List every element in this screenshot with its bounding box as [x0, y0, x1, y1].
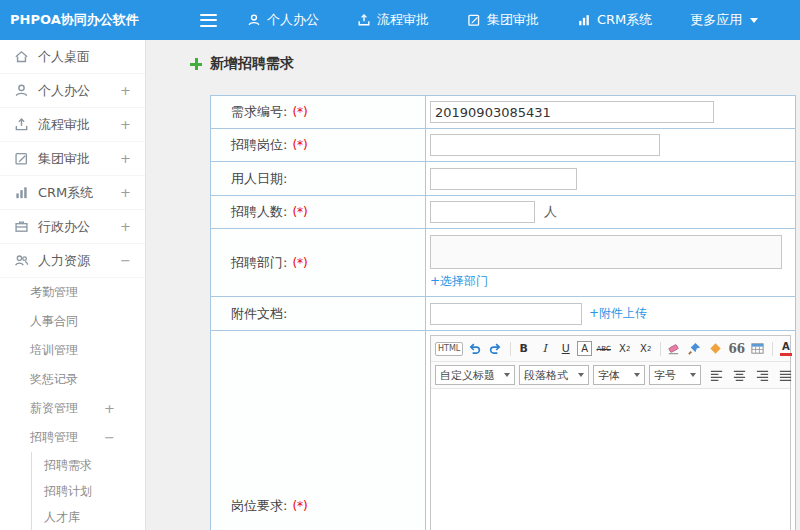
expand-toggle[interactable]: +	[120, 219, 131, 234]
align-left-icon[interactable]	[707, 366, 726, 385]
source-code-button[interactable]: HTML	[435, 342, 463, 356]
align-center-icon[interactable]	[730, 366, 749, 385]
select-department-link[interactable]: +选择部门	[430, 273, 488, 290]
sidebar-subitem-talent-pool[interactable]: 人才库	[32, 504, 145, 530]
sidebar: 个人桌面 个人办公 + 流程审批 + 集团审批 + CRM系统 + 行政办公 +	[0, 40, 146, 530]
required-mark: (*)	[292, 138, 307, 152]
sidebar-item-admin-office[interactable]: 行政办公 +	[0, 210, 145, 244]
hire-date-input[interactable]	[430, 168, 577, 190]
sidebar-item-crm[interactable]: CRM系统 +	[0, 176, 145, 210]
topnav-more-apps[interactable]: 更多应用	[690, 11, 758, 29]
format-painter-icon[interactable]	[685, 339, 704, 358]
table-icon[interactable]	[748, 339, 767, 358]
menu-toggle-icon[interactable]	[200, 14, 217, 27]
field-label: 附件文档:	[231, 305, 287, 323]
topnav-personal-office[interactable]: 个人办公	[247, 11, 319, 29]
sidebar-subitem-attendance[interactable]: 考勤管理	[0, 278, 145, 307]
topnav-workflow-approval[interactable]: 流程审批	[357, 11, 429, 29]
top-bar: PHPOA协同办公软件 个人办公 流程审批 集团审批 CRM系统	[0, 0, 800, 40]
sidebar-item-workflow-approval[interactable]: 流程审批 +	[0, 108, 145, 142]
field-label: 用人日期:	[231, 170, 287, 188]
toolbar-divider	[510, 342, 511, 356]
chevron-down-icon	[690, 373, 696, 377]
sidebar-item-personal-desktop[interactable]: 个人桌面	[0, 40, 145, 74]
highlight-color-icon[interactable]	[706, 339, 725, 358]
upload-attachment-link[interactable]: +附件上传	[589, 305, 647, 322]
sidebar-subitem-salary[interactable]: 薪资管理 +	[0, 394, 145, 423]
font-family-select[interactable]: 字体	[593, 365, 645, 385]
sidebar-item-label: 个人桌面	[38, 48, 131, 66]
eraser-icon[interactable]	[664, 339, 683, 358]
collapse-toggle[interactable]: −	[120, 253, 131, 268]
form-row-job-requirements: 岗位要求: (*) HTML B I	[211, 331, 795, 530]
form-row-headcount: 招聘人数: (*) 人	[211, 196, 795, 229]
sidebar-subitem-recruit-demand[interactable]: 招聘需求	[32, 452, 145, 478]
superscript-button[interactable]: X2	[615, 339, 634, 358]
request-number-input[interactable]	[430, 101, 714, 123]
undo-button[interactable]	[465, 339, 484, 358]
strikethrough-button[interactable]: ABC	[594, 339, 613, 358]
topnav-crm[interactable]: CRM系统	[577, 11, 652, 29]
underline-button[interactable]: U	[556, 339, 575, 358]
chevron-down-icon	[504, 373, 510, 377]
sidebar-subitem-recruit-plan[interactable]: 招聘计划	[32, 478, 145, 504]
expand-toggle[interactable]: +	[120, 83, 131, 98]
font-size-select[interactable]: 字号	[649, 365, 701, 385]
italic-button[interactable]: I	[535, 339, 554, 358]
expand-toggle[interactable]: +	[120, 151, 131, 166]
field-label: 招聘人数:	[231, 203, 287, 221]
topnav-label: 集团审批	[487, 11, 539, 29]
upload-icon	[357, 13, 371, 27]
sidebar-subitem-training[interactable]: 培训管理	[0, 336, 145, 365]
heading-select[interactable]: 自定义标题	[435, 365, 515, 385]
sidebar-item-personal-office[interactable]: 个人办公 +	[0, 74, 145, 108]
sidebar-item-label: 人力资源	[38, 252, 120, 270]
sidebar-subitem-recruitment[interactable]: 招聘管理 −	[0, 423, 145, 452]
subscript-button[interactable]: X2	[636, 339, 655, 358]
home-icon	[14, 49, 29, 64]
topnav-group-approval[interactable]: 集团审批	[467, 11, 539, 29]
topnav-label: CRM系统	[597, 11, 652, 29]
sidebar-subitem-rewards[interactable]: 奖惩记录	[0, 365, 145, 394]
collapse-toggle[interactable]: −	[104, 430, 115, 445]
sidebar-subitem-personnel-contract[interactable]: 人事合同	[0, 307, 145, 336]
edit-icon	[14, 151, 29, 166]
font-style-button[interactable]: A	[577, 341, 592, 356]
topnav-label: 流程审批	[377, 11, 429, 29]
editor-content-area[interactable]	[431, 389, 790, 530]
align-right-icon[interactable]	[753, 366, 772, 385]
paragraph-format-select[interactable]: 段落格式	[519, 365, 589, 385]
toolbar-divider	[772, 342, 773, 356]
headcount-input[interactable]	[430, 201, 535, 223]
redo-button[interactable]	[486, 339, 505, 358]
field-label: 需求编号:	[231, 103, 287, 121]
font-color-button[interactable]: A	[776, 339, 795, 358]
expand-toggle[interactable]: +	[120, 117, 131, 132]
attachment-input[interactable]	[430, 303, 582, 325]
position-input[interactable]	[430, 134, 660, 156]
field-label: 招聘岗位:	[231, 136, 287, 154]
sidebar-item-human-resources[interactable]: 人力资源 −	[0, 244, 145, 278]
user-icon	[247, 13, 261, 27]
toolbar-divider	[660, 342, 661, 356]
editor-toolbar-row-2: 自定义标题 段落格式 字体 字号	[431, 362, 790, 389]
edit-icon	[467, 13, 481, 27]
bar-chart-icon	[14, 185, 29, 200]
add-icon	[190, 58, 202, 70]
align-justify-icon[interactable]	[776, 366, 795, 385]
blockquote-button[interactable]: 66	[727, 339, 746, 358]
sidebar-item-group-approval[interactable]: 集团审批 +	[0, 142, 145, 176]
bold-button[interactable]: B	[514, 339, 533, 358]
expand-toggle[interactable]: +	[104, 401, 115, 416]
recruitment-submenu: 招聘需求 招聘计划 人才库	[31, 452, 145, 530]
upload-icon	[14, 117, 29, 132]
expand-toggle[interactable]: +	[120, 185, 131, 200]
page-title: 新增招聘需求	[210, 55, 294, 73]
required-mark: (*)	[292, 105, 307, 119]
people-icon	[14, 253, 29, 268]
sidebar-item-label: CRM系统	[38, 184, 120, 202]
briefcase-icon	[14, 219, 29, 234]
required-mark: (*)	[292, 499, 307, 513]
app-title: PHPOA协同办公软件	[0, 11, 148, 29]
department-textarea[interactable]	[430, 235, 782, 269]
